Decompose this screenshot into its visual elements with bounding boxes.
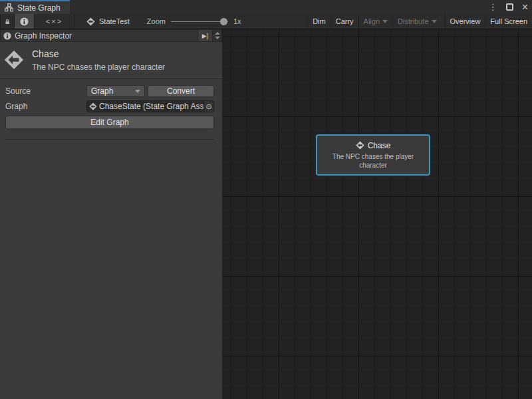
align-label: Align xyxy=(364,17,380,25)
graph-object-value: ChaseState (State Graph Ass xyxy=(99,102,203,111)
overview-label: Overview xyxy=(450,17,481,25)
breadcrumb[interactable]: StateTest xyxy=(86,14,130,29)
convert-button[interactable]: Convert xyxy=(148,85,214,97)
graph-inspector-panel: Graph Inspector ▶] Chase The NPC chases … xyxy=(0,29,223,399)
zoom-slider[interactable] xyxy=(171,14,228,29)
state-graph-icon xyxy=(89,102,97,110)
fullscreen-button[interactable]: Full Screen xyxy=(485,14,532,29)
window-controls: ⋮ × xyxy=(489,0,528,14)
state-graph-icon xyxy=(4,50,24,70)
carry-button[interactable]: Carry xyxy=(331,14,358,29)
chevron-down-icon xyxy=(135,90,140,93)
zoom-label: Zoom xyxy=(147,17,166,25)
lock-button[interactable] xyxy=(0,14,15,29)
tab-state-graph[interactable]: State Graph xyxy=(0,0,70,14)
inspector-header: Graph Inspector ▶] xyxy=(0,29,222,42)
carry-label: Carry xyxy=(336,17,354,25)
arrow-down-icon[interactable] xyxy=(215,37,220,39)
lock-icon xyxy=(5,17,10,26)
arrow-up-icon[interactable] xyxy=(215,32,220,35)
chevron-down-icon xyxy=(382,20,388,23)
panel-scroll-spinner[interactable] xyxy=(212,30,221,41)
source-dropdown[interactable]: Graph xyxy=(86,85,145,97)
tab-bar: State Graph ⋮ × xyxy=(0,0,532,14)
node-description: The NPC chases the player character xyxy=(323,152,424,170)
chase-state-node[interactable]: Chase The NPC chases the player characte… xyxy=(316,134,430,176)
graph-object-field[interactable]: ChaseState (State Graph Ass ⊙ xyxy=(86,100,214,112)
convert-label: Convert xyxy=(167,86,195,96)
chevron-down-icon xyxy=(432,20,437,23)
node-title: Chase xyxy=(368,141,391,150)
main-area: Graph Inspector ▶] Chase The NPC chases … xyxy=(0,29,532,399)
maximize-icon[interactable] xyxy=(506,3,513,11)
state-graph-icon xyxy=(356,141,364,150)
window-menu-icon[interactable]: ⋮ xyxy=(489,3,497,11)
info-icon xyxy=(3,32,11,40)
inspector-divider xyxy=(5,139,214,140)
inspector-toggle-button[interactable] xyxy=(15,14,35,29)
graph-row: Graph ChaseState (State Graph Ass ⊙ xyxy=(5,100,214,112)
inspector-fields: Source Graph Convert Graph ChaseState (S… xyxy=(0,79,222,140)
state-graph-window: State Graph ⋮ × <×> StateTest Zoom xyxy=(0,0,532,399)
source-row: Source Graph Convert xyxy=(5,85,214,97)
source-label: Source xyxy=(5,86,86,96)
graph-canvas[interactable]: Chase The NPC chases the player characte… xyxy=(223,29,532,399)
state-graph-icon xyxy=(86,17,95,26)
toolbar-right-group: Dim Carry Align Distribute Overview Full… xyxy=(307,14,532,29)
breadcrumb-graph-name: StateTest xyxy=(99,17,130,25)
code-icon: <×> xyxy=(46,17,63,25)
object-picker-icon[interactable]: ⊙ xyxy=(203,101,213,112)
edit-graph-button[interactable]: Edit Graph xyxy=(5,116,214,129)
overview-button[interactable]: Overview xyxy=(445,14,485,29)
state-title: Chase xyxy=(32,49,165,59)
dock-panel-button[interactable]: ▶] xyxy=(198,30,212,41)
edit-graph-label: Edit Graph xyxy=(90,118,128,127)
zoom-control: Zoom 1x xyxy=(147,14,241,29)
source-value: Graph xyxy=(91,86,113,96)
fullscreen-label: Full Screen xyxy=(490,17,527,25)
info-icon xyxy=(20,17,29,26)
dock-icon: ▶] xyxy=(202,33,208,39)
zoom-value: 1x xyxy=(233,17,241,25)
dim-button[interactable]: Dim xyxy=(307,14,331,29)
graph-toolbar: <×> StateTest Zoom 1x Dim Carry Align xyxy=(0,14,532,29)
align-dropdown-button[interactable]: Align xyxy=(358,14,392,29)
code-view-button[interactable]: <×> xyxy=(35,14,74,29)
graph-label: Graph xyxy=(5,102,86,111)
close-icon[interactable]: × xyxy=(522,2,528,13)
inspector-title: Graph Inspector xyxy=(15,31,198,41)
tab-title: State Graph xyxy=(17,3,61,13)
distribute-dropdown-button[interactable]: Distribute xyxy=(392,14,441,29)
distribute-label: Distribute xyxy=(398,17,428,25)
zoom-slider-handle[interactable] xyxy=(220,18,227,25)
state-summary: Chase The NPC chases the player characte… xyxy=(0,42,222,79)
dim-label: Dim xyxy=(313,17,326,25)
state-description: The NPC chases the player character xyxy=(32,63,165,72)
graph-tree-icon xyxy=(5,3,13,12)
